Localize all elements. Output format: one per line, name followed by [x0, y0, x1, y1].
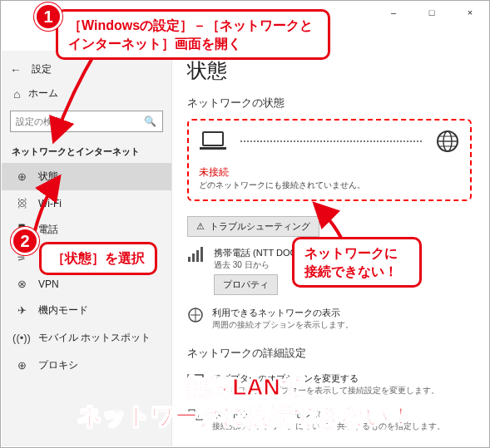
properties-button[interactable]: プロパティ [214, 274, 278, 295]
window-controls: – □ × [374, 1, 489, 24]
not-connected-desc: どのネットワークにも接続されていません。 [199, 180, 460, 191]
svg-rect-9 [196, 250, 199, 262]
not-connected-label: 未接続 [199, 165, 460, 180]
sidebar-item-label: 機内モード [38, 303, 88, 318]
troubleshoot-label: トラブルシューティング [210, 220, 310, 233]
annotation-callout-1: ［Windowsの設定］－［ネットワークとインターネット］画面を開く [56, 9, 330, 60]
vpn-icon: ⊗ [15, 278, 28, 290]
troubleshoot-button[interactable]: ⚠ トラブルシューティング [187, 216, 319, 237]
sidebar-item-label: モバイル ホットスポット [38, 331, 151, 345]
annotation-callout-2: ［状態］を選択 [39, 242, 157, 275]
svg-rect-7 [188, 257, 191, 262]
network-diagram: 未接続 どのネットワークにも接続されていません。 [187, 119, 472, 201]
big-text-line2: ネットワークに接続できない！ [78, 403, 413, 429]
minimize-button[interactable]: – [374, 1, 413, 24]
warning-icon: ⚠ [196, 221, 205, 232]
advanced-settings-heading: ネットワークの詳細設定 [187, 346, 472, 361]
hotspot-icon: ((•)) [15, 332, 28, 344]
sidebar-item-hotspot[interactable]: ((•)) モバイル ホットスポット [2, 324, 171, 352]
sidebar-item-airplane[interactable]: ✈ 機内モード [2, 297, 171, 324]
annotation-callout-3: ネットワークに接続できない！ [292, 237, 422, 288]
proxy-icon: ⊕ [15, 359, 28, 372]
annotation-badge-1: 1 [34, 2, 62, 31]
close-button[interactable]: × [451, 1, 489, 24]
back-icon[interactable]: ← [10, 63, 22, 76]
home-icon: ⌂ [13, 87, 20, 101]
svg-rect-10 [200, 247, 203, 262]
svg-rect-8 [192, 254, 195, 262]
sidebar-item-label: VPN [38, 278, 59, 290]
annotation-big-text: 無線LANで ネットワークに接続できない！ [1, 372, 489, 431]
laptop-icon [199, 130, 227, 152]
svg-rect-1 [200, 147, 226, 150]
connection-dots [240, 140, 422, 142]
search-icon: 🔍 [144, 116, 156, 127]
sidebar-item-vpn[interactable]: ⊗ VPN [2, 271, 171, 297]
big-text-line1: 無線LANで [186, 374, 304, 400]
page-title: 状態 [187, 57, 472, 84]
available-networks-label: 利用できるネットワークの表示 [212, 307, 354, 319]
globe-icon [435, 129, 460, 154]
airplane-icon: ✈ [15, 304, 28, 317]
available-networks-desc: 周囲の接続オプションを表示します。 [212, 319, 354, 331]
maximize-button[interactable]: □ [413, 1, 451, 24]
sidebar-item-label: プロキシ [38, 358, 78, 372]
svg-rect-0 [203, 132, 223, 145]
annotation-badge-2: 2 [11, 227, 39, 255]
available-networks-row[interactable]: 利用できるネットワークの表示 周囲の接続オプションを表示します。 [187, 307, 472, 331]
network-icon [187, 307, 204, 326]
signal-bars-icon [187, 247, 205, 266]
network-status-heading: ネットワークの状態 [187, 96, 472, 111]
